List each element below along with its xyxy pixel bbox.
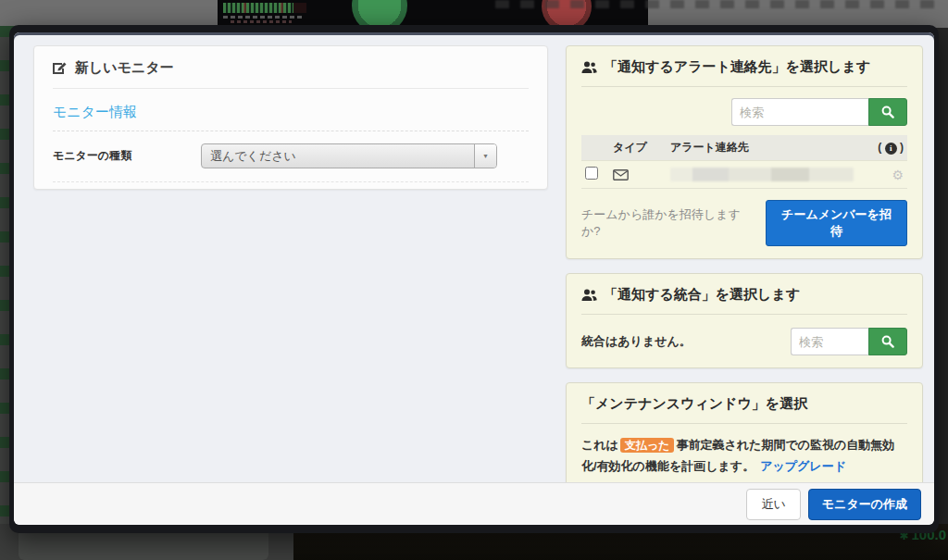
alert-contact-redacted-email [670, 168, 854, 181]
alert-contact-row: ⚙ [581, 161, 907, 189]
alert-contact-checkbox[interactable] [585, 167, 598, 180]
alert-contacts-panel: 「通知するアラート連絡先」を選択します [566, 45, 923, 259]
alert-contacts-header-row: タイプ アラート連絡先 ( i ) [581, 135, 907, 161]
alert-contacts-panel-title-row: 「通知するアラート連絡先」を選択します [581, 58, 907, 87]
monitor-info-section-title: モニター情報 [53, 104, 529, 131]
paren-open: ( [878, 141, 884, 154]
alert-contacts-table: タイプ アラート連絡先 ( i ) [581, 135, 907, 189]
search-icon [881, 106, 894, 118]
users-icon [581, 61, 597, 74]
integrations-search-button[interactable] [868, 328, 907, 355]
new-monitor-dialog-frame: 新しいモニター モニター情報 モニターの種類 選んでください ▼ [9, 25, 939, 533]
dialog-footer: 近い モニターの作成 [14, 482, 934, 525]
maintenance-panel-title: 「メンテナンスウィンドウ」を選択 [581, 395, 907, 424]
right-column: 「通知するアラート連絡先」を選択します [566, 45, 923, 504]
integrations-searchbox [791, 328, 907, 355]
info-column-header: ( i ) [865, 135, 907, 161]
alert-contacts-search-button[interactable] [868, 98, 907, 126]
dialog-title-row: 新しいモニター [53, 59, 529, 89]
close-button[interactable]: 近い [746, 489, 800, 520]
integrations-empty-text: 統合はありません。 [581, 333, 692, 350]
alert-contacts-searchbox [731, 98, 907, 126]
background-header-text [495, 0, 944, 8]
email-icon [613, 169, 629, 180]
search-icon [881, 335, 894, 348]
integrations-panel-title-row: 「通知する統合」を選択します [581, 286, 907, 315]
paid-badge: 支払った [620, 438, 675, 453]
info-icon[interactable]: i [885, 143, 897, 155]
monitor-type-row: モニターの種類 選んでください ▼ [53, 143, 529, 182]
maintenance-text-before: これは [581, 438, 618, 452]
gear-icon[interactable]: ⚙ [865, 161, 907, 189]
create-monitor-button[interactable]: モニターの作成 [808, 489, 921, 520]
invite-row: チームから誰かを招待しますか? チームメンバーを招待 [581, 200, 907, 246]
type-column-header: タイプ [609, 135, 667, 161]
contact-column-header: アラート連絡先 [667, 135, 865, 161]
alert-contacts-panel-title: 「通知するアラート連絡先」を選択します [604, 58, 870, 76]
edit-icon [53, 61, 68, 76]
monitor-type-label: モニターの種類 [53, 148, 201, 164]
maintenance-window-panel: 「メンテナンスウィンドウ」を選択 これは支払った事前定義された期間での監視の自動… [566, 382, 923, 491]
monitor-type-select-value: 選んでください [202, 144, 474, 168]
screen: ✱100.0 新しいモニター モニター情報 モニターの種類 選んでください [0, 0, 948, 560]
alert-contacts-search-input[interactable] [731, 98, 868, 126]
maintenance-description: これは支払った事前定義された期間での監視の自動無効化/有効化の機能を計画します。… [581, 435, 907, 478]
invite-team-member-button[interactable]: チームメンバーを招待 [766, 200, 907, 246]
integrations-panel: 「通知する統合」を選択します 統合はありません。 [566, 273, 923, 368]
invite-question: チームから誰かを招待しますか? [581, 206, 758, 240]
new-monitor-dialog: 新しいモニター モニター情報 モニターの種類 選んでください ▼ [14, 32, 934, 525]
upgrade-link[interactable]: アップグレード [760, 459, 846, 473]
monitor-form-card: 新しいモニター モニター情報 モニターの種類 選んでください ▼ [33, 45, 548, 190]
users-icon [581, 289, 597, 302]
integrations-search-input[interactable] [791, 328, 868, 355]
chevron-down-icon: ▼ [474, 144, 496, 168]
background-small-text-2 [231, 20, 292, 23]
alert-contacts-search-row [581, 98, 907, 126]
background-uptime-bars-red [223, 3, 293, 13]
integrations-row: 統合はありません。 [581, 328, 907, 355]
paren-close: ) [897, 141, 904, 154]
monitor-type-select[interactable]: 選んでください ▼ [201, 143, 497, 168]
dialog-title: 新しいモニター [75, 59, 174, 77]
integrations-panel-title: 「通知する統合」を選択します [604, 286, 800, 304]
checkbox-column-header [581, 135, 609, 161]
background-small-text [223, 16, 305, 19]
